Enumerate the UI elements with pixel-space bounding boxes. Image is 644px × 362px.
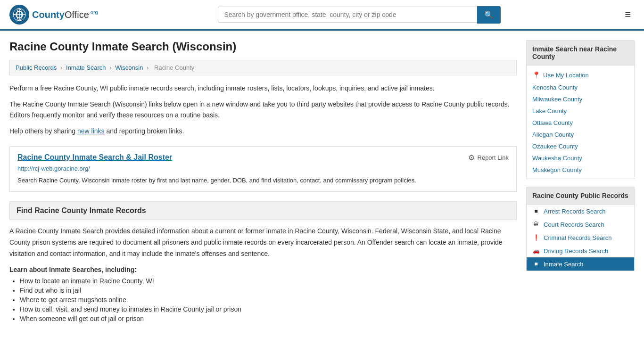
pr-link-item: ❗Criminal Records Search [527, 231, 634, 244]
sidebar-county-link[interactable]: Muskegon County [532, 166, 582, 173]
breadcrumb-wisconsin[interactable]: Wisconsin [115, 64, 143, 71]
sidebar-county-item: Allegan County [527, 129, 634, 140]
resource-card: Racine County Inmate Search & Jail Roste… [9, 146, 517, 192]
pr-link-icon: ❗ [532, 234, 540, 241]
list-item: How to call, visit, and send money to in… [20, 305, 517, 313]
page-header: CountyOffice.org 🔍 ≡ [0, 0, 644, 31]
pr-link[interactable]: Criminal Records Search [544, 234, 612, 241]
resource-title[interactable]: Racine County Inmate Search & Jail Roste… [17, 153, 172, 162]
description-1: Perform a free Racine County, WI public … [9, 83, 517, 93]
new-links-link[interactable]: new links [77, 127, 105, 135]
pr-link-item: ■Inmate Search [527, 257, 634, 271]
sidebar-county-item: Waukesha County [527, 152, 634, 164]
logo-text: CountyOffice.org [32, 9, 98, 20]
sidebar-county-link[interactable]: Kenosha County [532, 84, 578, 91]
find-section-body: A Racine County Inmate Search provides d… [9, 226, 517, 259]
main-content: Racine County Inmate Search (Wisconsin) … [9, 40, 517, 324]
sidebar-county-item: Ottawa County [527, 117, 634, 129]
location-icon: 📍 [532, 71, 540, 79]
sidebar: Inmate Search near Racine County 📍 Use M… [526, 40, 635, 324]
inmate-search-nearby-links: 📍 Use My Location Kenosha CountyMilwauke… [527, 66, 634, 179]
list-item: How to locate an inmate in Racine County… [20, 277, 517, 285]
sidebar-county-item: Ozaukee County [527, 140, 634, 152]
use-my-location-btn[interactable]: 📍 Use My Location [527, 68, 634, 82]
public-records-title: Racine County Public Records [527, 187, 634, 205]
report-icon: ⚙ [468, 153, 475, 162]
pr-link[interactable]: Arrest Records Search [544, 208, 606, 215]
pr-link-item: 🚗Driving Records Search [527, 244, 634, 257]
description-2: The Racine County Inmate Search (Wiscons… [9, 99, 517, 120]
find-section-header: Find Racine County Inmate Records [9, 201, 517, 220]
report-link-btn[interactable]: ⚙ Report Link [468, 153, 509, 162]
pr-links: ■Arrest Records Search🏛Court Records Sea… [527, 205, 634, 271]
description-3: Help others by sharing new links and rep… [9, 126, 517, 136]
menu-button[interactable]: ≡ [621, 7, 635, 23]
inmate-search-nearby-box: Inmate Search near Racine County 📍 Use M… [526, 40, 635, 179]
pr-link[interactable]: Driving Records Search [544, 247, 608, 255]
list-item: When someone will get out of jail or pri… [20, 315, 517, 322]
sidebar-county-link[interactable]: Allegan County [532, 131, 574, 138]
sidebar-county-item: Milwaukee County [527, 93, 634, 105]
bullet-list: How to locate an inmate in Racine County… [9, 277, 517, 322]
sidebar-county-link[interactable]: Milwaukee County [532, 96, 582, 103]
logo-area: CountyOffice.org [9, 5, 98, 25]
sidebar-county-link[interactable]: Ottawa County [532, 119, 573, 126]
public-records-box: Racine County Public Records ■Arrest Rec… [526, 187, 635, 271]
pr-link[interactable]: Inmate Search [544, 261, 584, 268]
learn-title: Learn about Inmate Searches, including: [9, 266, 517, 273]
pr-link-item: ■Arrest Records Search [527, 205, 634, 218]
page-container: Racine County Inmate Search (Wisconsin) … [0, 31, 644, 334]
pr-link-icon: 🏛 [532, 221, 540, 228]
search-button[interactable]: 🔍 [477, 6, 501, 24]
resource-description: Search Racine County, Wisconsin inmate r… [17, 176, 509, 185]
pr-link-item: 🏛Court Records Search [527, 218, 634, 231]
search-input[interactable] [218, 7, 477, 23]
sidebar-county-link[interactable]: Ozaukee County [532, 143, 578, 150]
sidebar-county-link[interactable]: Lake County [532, 107, 567, 115]
breadcrumb-inmate-search[interactable]: Inmate Search [66, 64, 106, 71]
pr-link-icon: 🚗 [532, 247, 540, 255]
sidebar-county-item: Kenosha County [527, 82, 634, 93]
pr-link[interactable]: Court Records Search [544, 221, 604, 228]
sidebar-county-link[interactable]: Waukesha County [532, 155, 582, 162]
search-area: 🔍 [218, 6, 501, 24]
list-item: Find out who is in jail [20, 287, 517, 294]
pr-link-icon: ■ [532, 207, 540, 215]
breadcrumb-public-records[interactable]: Public Records [16, 64, 57, 71]
logo-icon [9, 5, 29, 25]
sidebar-counties: Kenosha CountyMilwaukee CountyLake Count… [527, 82, 634, 176]
resource-url[interactable]: http://rcj-web.goracine.org/ [17, 165, 509, 172]
breadcrumb-current: Racine County [154, 64, 194, 71]
resource-header: Racine County Inmate Search & Jail Roste… [17, 153, 509, 162]
breadcrumb: Public Records › Inmate Search › Wiscons… [9, 60, 517, 75]
inmate-search-nearby-title: Inmate Search near Racine County [527, 41, 634, 66]
page-title: Racine County Inmate Search (Wisconsin) [9, 40, 517, 53]
pr-link-icon: ■ [532, 260, 540, 268]
sidebar-county-item: Muskegon County [527, 164, 634, 176]
sidebar-county-item: Lake County [527, 105, 634, 117]
list-item: Where to get arrest mugshots online [20, 296, 517, 304]
